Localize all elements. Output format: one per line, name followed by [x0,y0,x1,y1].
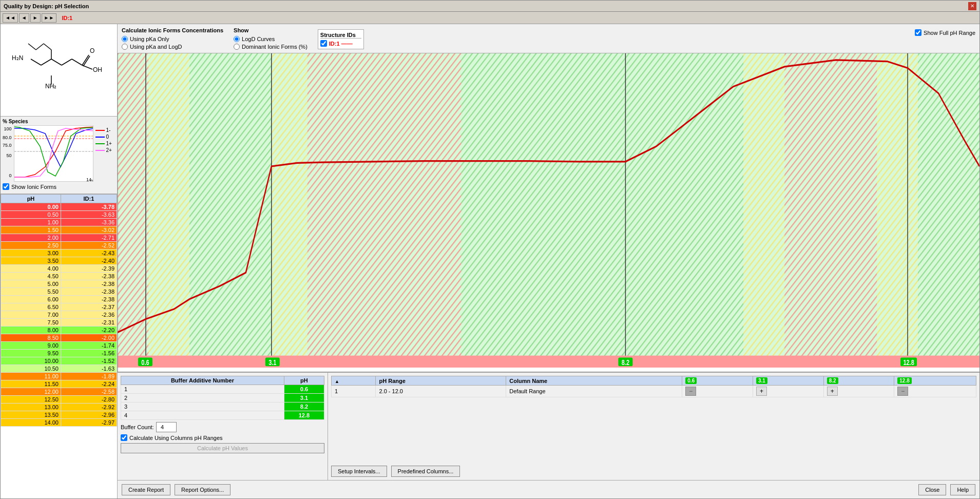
help-button[interactable]: Help [950,484,975,495]
svg-line-14 [44,44,51,50]
col-header-ph: pH [1,195,61,203]
int-col-31: 3.1 [753,376,823,386]
table-cell-ph: 12.00 [1,388,61,396]
table-cell-ph: 5.50 [1,288,61,296]
nav-bar: ◄◄ ◄ ► ►► ID:1 [1,12,979,24]
species-svg: pH 14 [14,126,93,182]
int-row1-btn-128[interactable]: − [897,387,908,396]
radio-logd-curves[interactable]: LogD Curves [234,36,308,42]
legend-color-1plus [95,143,105,144]
show-ionic-forms-checkbox[interactable] [3,183,9,190]
radio-pka-only[interactable]: Using pKa Only [122,36,223,42]
calc-using-cols-label[interactable]: Calculate Using Columns pH Ranges [121,434,324,441]
interval-row-1: 1 2.0 - 12.0 Default Range − + + − [332,386,976,397]
table-cell-val: -2.52 [61,242,117,250]
y-axis-labels: 100 80.0 75.0 50 0 [3,125,12,182]
calculate-ph-values-button[interactable]: Calculate pH Values [121,443,324,453]
radio-dominant-label: Dominant Ionic Forms (%) [242,44,308,50]
table-cell-ph: 7.50 [1,319,61,327]
int-col-06: 0.6 [682,376,753,386]
int-col-sort: ▲ [332,376,376,386]
report-options-button[interactable]: Report Options... [175,484,230,495]
show-group-title: Show [234,27,308,33]
buffer-table-row: 4 12.8 [121,411,324,420]
radio-dominant-ionic[interactable]: Dominant Ionic Forms (%) [234,44,308,50]
int-row1-btn-31[interactable]: + [756,387,767,396]
buffer-table-wrapper: Buffer Additive Number pH 1 0.6 2 3.1 3 … [121,376,324,420]
structure-id1-label: ID:1 —— [329,41,353,47]
svg-line-4 [62,59,72,65]
buffer-row-num: 3 [121,402,284,411]
table-row: 1.50 -3.02 [1,226,117,234]
table-cell-ph: 2.00 [1,234,61,242]
table-cell-val: -2.96 [61,411,117,419]
int-row1-v3: + [823,386,894,397]
int-col-82: 8.2 [823,376,894,386]
col-header-id1: ID:1 [61,195,117,203]
int-row1-btn-06[interactable]: − [685,387,696,396]
close-button[interactable]: Close [918,484,946,495]
table-cell-val: -2.38 [61,280,117,288]
legend-color-2plus [95,150,105,151]
nav-last-button[interactable]: ►► [42,13,57,23]
buffer-count-input[interactable] [156,422,177,432]
table-cell-ph: 11.50 [1,380,61,388]
nav-first-button[interactable]: ◄◄ [3,13,18,23]
table-cell-val: -2.80 [61,396,117,404]
intervals-buttons: Setup Intervals... Predefined Columns... [331,466,976,477]
svg-text:0.6: 0.6 [141,358,149,367]
table-cell-ph: 4.50 [1,273,61,280]
table-row: 13.00 -2.92 [1,404,117,411]
radio-pka-logd-label: Using pKa and LogD [130,44,182,50]
int-row1-v2: + [753,386,823,397]
buffer-row-num: 1 [121,385,284,394]
table-cell-val: -2.38 [61,288,117,296]
legend-color-0 [95,137,105,138]
show-group: Show LogD Curves Dominant Ionic Forms (%… [234,27,308,50]
calc-using-cols-text: Calculate Using Columns pH Ranges [129,435,223,441]
svg-text:NH₂: NH₂ [45,83,56,90]
table-row: 0.50 -3.63 [1,211,117,219]
data-table-area[interactable]: pH ID:1 0.00 -3.78 0.50 -3.63 1.00 -3.36… [1,194,117,498]
buffer-controls: Buffer Count: Calculate Using Columns pH… [121,422,324,453]
buffer-row-ph: 3.1 [284,394,324,402]
table-cell-val: -2.24 [61,380,117,388]
species-area: % Species 100 80.0 75.0 50 0 [1,117,117,194]
table-cell-ph: 13.00 [1,404,61,411]
predefined-columns-button[interactable]: Predefined Columns... [391,466,460,477]
chart-container: 0.6 3.1 8.2 12.8 -1.5 -1.6 -1.7 -1.8 [118,53,979,372]
table-cell-ph: 0.00 [1,203,61,211]
legend-item-1minus: 1- [95,127,112,133]
table-cell-ph: 6.00 [1,296,61,303]
radio-pka-logd[interactable]: Using pKa and LogD [122,44,223,50]
table-row: 3.00 -2.43 [1,250,117,257]
table-cell-val: -1.63 [61,365,117,373]
svg-line-2 [41,59,51,65]
close-window-button[interactable]: ✕ [968,2,976,10]
svg-text:3.1: 3.1 [268,358,276,367]
int-row1-btn-82[interactable]: + [827,387,838,396]
svg-rect-38 [462,53,744,359]
nav-prev-button[interactable]: ◄ [19,13,29,23]
table-cell-ph: 11.00 [1,373,61,380]
table-cell-ph: 13.50 [1,411,61,419]
window-title: Quality by Design: pH Selection [4,3,89,9]
structure-id1-checkbox[interactable] [320,40,327,47]
molecule-area: H₂N O OH NH₂ [1,24,117,117]
table-row: 12.50 -2.80 [1,396,117,404]
table-cell-val: -3.36 [61,219,117,226]
table-cell-ph: 5.00 [1,280,61,288]
nav-next-button[interactable]: ► [30,13,41,23]
setup-intervals-button[interactable]: Setup Intervals... [331,466,387,477]
table-cell-val: -2.71 [61,234,117,242]
buffer-table-row: 2 3.1 [121,394,324,402]
structure-id1-item[interactable]: ID:1 —— [320,40,361,47]
table-cell-val: -2.37 [61,303,117,311]
table-cell-val: -2.20 [61,327,117,334]
table-cell-val: -1.56 [61,350,117,357]
species-legend: 1- 0 1+ 2+ [95,125,112,182]
create-report-button[interactable]: Create Report [122,484,170,495]
calc-using-cols-checkbox[interactable] [121,434,127,441]
intervals-panel: ▲ pH Range Column Name 0.6 3.1 8.2 12.8 [328,373,979,480]
show-full-range-checkbox[interactable] [915,29,921,36]
